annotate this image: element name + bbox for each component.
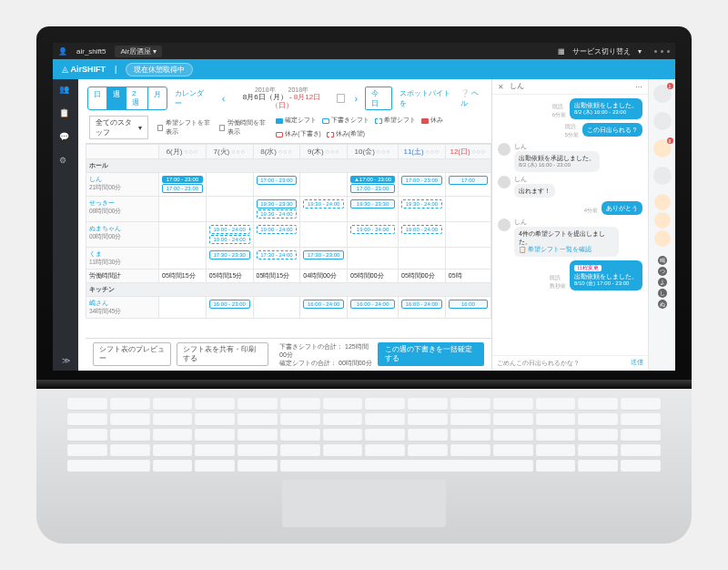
shift-cell[interactable] bbox=[300, 222, 348, 248]
shift-cell[interactable]: 17:00 - 23:0017:00 - 23:00 bbox=[159, 173, 207, 197]
shift-chip[interactable]: 19:30 - 24:00 bbox=[303, 199, 344, 209]
shift-cell[interactable]: ▲17:00 - 23:0017:00 - 23:00 bbox=[348, 173, 399, 197]
shift-cell[interactable]: 16:00 - 24:00 bbox=[348, 297, 399, 319]
shift-chip[interactable]: 16:00 - 23:00 bbox=[209, 300, 250, 309]
shift-chip[interactable]: 19:30 - 24:00 bbox=[257, 209, 298, 219]
shift-cell[interactable] bbox=[159, 197, 207, 222]
tag-ぬ[interactable]: ぬ bbox=[658, 300, 667, 309]
view-月[interactable]: 月 bbox=[148, 87, 167, 109]
nav-chat-icon[interactable]: 💬 bbox=[59, 132, 72, 145]
shift-cell[interactable]: 17:00 bbox=[445, 173, 490, 197]
shift-chip[interactable]: 17:00 - 23:00 bbox=[162, 176, 203, 183]
shift-cell[interactable] bbox=[159, 248, 207, 270]
shift-cell[interactable]: 16:00 - 24:00 bbox=[399, 297, 446, 319]
preview-button[interactable]: シフト表のプレビュー bbox=[93, 342, 171, 366]
shift-chip[interactable]: ▲17:00 - 23:00 bbox=[350, 176, 395, 183]
shift-chip[interactable]: 17:30 - 24:00 bbox=[257, 250, 298, 260]
shift-cell[interactable] bbox=[445, 222, 490, 248]
shift-cell[interactable] bbox=[445, 197, 490, 222]
chevron-down-icon[interactable]: ▾ bbox=[638, 47, 642, 56]
shift-cell[interactable]: 16:00 bbox=[445, 297, 490, 319]
shift-chip[interactable]: 17:00 - 23:00 bbox=[401, 176, 442, 185]
shift-chip[interactable]: 17:30 - 23:30 bbox=[209, 250, 250, 260]
shift-cell[interactable] bbox=[206, 173, 253, 197]
shift-cell[interactable]: 17:30 - 24:00 bbox=[253, 248, 300, 270]
nav-settings-icon[interactable]: ⚙ bbox=[59, 156, 72, 168]
close-chat-icon[interactable]: ✕ bbox=[498, 83, 504, 91]
shift-chip[interactable]: 16:00 - 24:00 bbox=[350, 300, 395, 309]
shift-chip[interactable]: 16:00 - 24:00 bbox=[303, 300, 344, 309]
hide-hours-checkbox[interactable]: 労働時間を非表示 bbox=[219, 118, 267, 137]
today-button[interactable]: 今日 bbox=[365, 87, 392, 110]
view-2週[interactable]: 2週 bbox=[126, 87, 148, 109]
confirm-button[interactable]: この週の下書きを一括確定する bbox=[378, 342, 484, 366]
shift-cell[interactable]: 19:30 - 24:00 bbox=[300, 197, 348, 222]
shift-chip[interactable]: 19:30 - 23:30 bbox=[350, 199, 395, 209]
share-button[interactable]: シフト表を共有・印刷する bbox=[177, 342, 268, 366]
shift-cell[interactable] bbox=[253, 297, 300, 319]
next-arrow-icon[interactable]: › bbox=[350, 93, 361, 104]
rnav-people-icon[interactable] bbox=[653, 112, 672, 130]
shift-chip[interactable]: 19:00 - 24:00 bbox=[350, 225, 395, 234]
mini-avatar[interactable] bbox=[654, 194, 671, 210]
rnav-calendar-icon[interactable]: 1 bbox=[653, 85, 672, 103]
date-box-icon[interactable] bbox=[337, 94, 346, 103]
shift-cell[interactable]: 17:00 - 23:00 bbox=[253, 173, 300, 197]
tag-し[interactable]: し bbox=[658, 289, 667, 298]
shift-chip[interactable]: 17:00 - 23:00 bbox=[257, 176, 298, 185]
shift-cell[interactable]: 17:00 - 23:00 bbox=[399, 173, 446, 197]
shift-cell[interactable] bbox=[300, 173, 348, 197]
shift-cell[interactable] bbox=[159, 222, 207, 248]
calendar-link[interactable]: カレンダー bbox=[171, 87, 215, 110]
shift-chip[interactable]: 19:00 - 24:00 bbox=[257, 225, 298, 234]
staff-select[interactable]: 全てのスタッフ ▾ bbox=[89, 116, 148, 139]
view-週[interactable]: 週 bbox=[107, 87, 126, 109]
expand-nav-icon[interactable]: ≫ bbox=[62, 356, 70, 365]
tag-よ[interactable]: よ bbox=[658, 278, 667, 287]
spot-link[interactable]: スポットバイトを bbox=[399, 88, 457, 108]
shift-chip[interactable]: 19:00 - 24:00 bbox=[209, 235, 250, 244]
shift-cell[interactable] bbox=[445, 248, 490, 270]
shift-chip[interactable]: 16:00 - 24:00 bbox=[401, 300, 442, 309]
nav-calendar-icon[interactable]: 📋 bbox=[59, 108, 72, 121]
shift-chip[interactable]: 19:00 - 24:00 bbox=[209, 225, 250, 234]
shift-chip[interactable]: 17:00 - 23:00 bbox=[350, 184, 395, 193]
rnav-chat-icon[interactable]: 9 bbox=[653, 139, 672, 158]
mini-avatar[interactable] bbox=[654, 230, 671, 247]
shift-cell[interactable]: 19:00 - 24:00 bbox=[348, 222, 399, 248]
shift-chip[interactable]: 17:30 - 23:00 bbox=[303, 250, 344, 260]
shift-cell[interactable] bbox=[399, 248, 446, 270]
chat-input[interactable]: ごめんこの日出られるかな？ bbox=[497, 359, 580, 368]
grid-icon[interactable]: ▦ bbox=[558, 47, 565, 56]
shift-chip[interactable]: 19:00 - 24:00 bbox=[401, 225, 442, 234]
shift-cell[interactable]: 17:30 - 23:30 bbox=[206, 248, 253, 270]
shift-cell[interactable]: 19:00 - 24:00 bbox=[253, 222, 300, 248]
prev-arrow-icon[interactable]: ‹ bbox=[218, 93, 229, 104]
shift-cell[interactable]: 19:30 - 23:30 bbox=[348, 197, 399, 222]
shift-chip[interactable]: 16:00 bbox=[449, 300, 488, 309]
service-switch[interactable]: サービス切り替え bbox=[572, 46, 631, 56]
nav-profile-icon[interactable]: 👥 bbox=[59, 85, 72, 97]
mini-avatar[interactable] bbox=[654, 212, 671, 229]
shift-chip[interactable]: 17:00 - 23:00 bbox=[162, 184, 203, 193]
shift-chip[interactable]: 19:30 - 24:00 bbox=[401, 199, 442, 209]
rnav-clock-icon[interactable] bbox=[653, 167, 672, 185]
view-日[interactable]: 日 bbox=[88, 87, 107, 109]
shift-cell[interactable]: 16:00 - 23:00 bbox=[206, 297, 253, 319]
shift-cell[interactable] bbox=[348, 248, 399, 270]
shift-chip[interactable]: 17:00 bbox=[449, 176, 488, 185]
shift-cell[interactable]: 19:00 - 24:0019:00 - 24:00 bbox=[206, 222, 253, 248]
tag-鳴[interactable]: 鳴 bbox=[658, 256, 667, 265]
tag-つ[interactable]: つ bbox=[658, 267, 667, 276]
send-button[interactable]: 送信 bbox=[631, 359, 643, 368]
shift-cell[interactable] bbox=[159, 297, 207, 319]
shift-cell[interactable]: 19:00 - 24:00 bbox=[399, 222, 446, 248]
shift-cell[interactable] bbox=[206, 197, 253, 222]
shift-cell[interactable]: 16:00 - 24:00 bbox=[300, 297, 348, 319]
store-select[interactable]: Air居酒屋 ▾ bbox=[115, 46, 162, 57]
shift-cell[interactable]: 17:30 - 23:00 bbox=[300, 248, 348, 270]
shift-chip[interactable]: 19:30 - 23:30 bbox=[257, 199, 298, 209]
shift-cell[interactable]: 19:30 - 24:00 bbox=[399, 197, 446, 222]
shift-cell[interactable]: 19:30 - 23:3019:30 - 24:00 bbox=[253, 197, 300, 222]
hide-requests-checkbox[interactable]: 希望シフトを非表示 bbox=[157, 118, 210, 137]
